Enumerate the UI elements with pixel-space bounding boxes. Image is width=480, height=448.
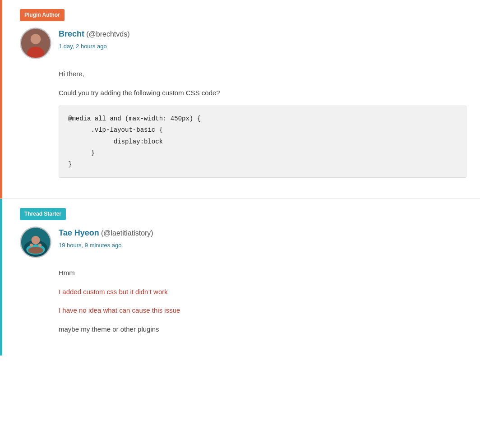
svg-point-11 bbox=[38, 244, 42, 247]
plugin-author-badge: Plugin Author bbox=[20, 9, 65, 21]
svg-point-10 bbox=[30, 244, 33, 247]
post-content-brecht: Hi there, Could you try adding the follo… bbox=[20, 68, 466, 178]
post-tae: Thread Starter bbox=[0, 199, 480, 356]
svg-point-12 bbox=[32, 236, 40, 245]
para-no-idea: I have no idea what can cause this issue bbox=[59, 305, 466, 316]
author-handle-brecht: (@brechtvds) bbox=[86, 30, 129, 38]
post-meta-tae: Tae Hyeon (@laetitiatistory) 19 hours, 9… bbox=[59, 226, 153, 250]
author-name-tae[interactable]: Tae Hyeon bbox=[59, 228, 99, 237]
para-hi-there: Hi there, bbox=[59, 68, 466, 80]
post-brecht: Plugin Author bbox=[0, 0, 480, 199]
post-author-tae[interactable]: Tae Hyeon (@laetitiatistory) bbox=[59, 226, 153, 240]
author-handle-tae: (@laetitiatistory) bbox=[101, 229, 153, 237]
post-header-tae: Tae Hyeon (@laetitiatistory) 19 hours, 9… bbox=[20, 226, 466, 258]
avatar-image-tae bbox=[21, 227, 51, 257]
svg-point-9 bbox=[28, 247, 43, 254]
page-wrapper: Plugin Author bbox=[0, 0, 480, 356]
post-block-inner: Plugin Author bbox=[14, 9, 466, 178]
avatar-image-brecht bbox=[21, 28, 51, 58]
para-custom-css: I added custom css but it didn’t work bbox=[59, 286, 466, 298]
code-block-css: @media all and (max-width: 450px) { .vlp… bbox=[59, 106, 466, 178]
post-time-tae: 19 hours, 9 minutes ago bbox=[59, 241, 153, 250]
avatar-tae bbox=[20, 226, 51, 258]
post-left-border bbox=[0, 0, 2, 199]
post-content-tae: Hmm I added custom css but it didn’t wor… bbox=[20, 267, 466, 335]
svg-point-3 bbox=[27, 47, 44, 59]
para-try-css: Could you try adding the following custo… bbox=[59, 87, 466, 99]
avatar-brecht bbox=[20, 28, 51, 59]
author-name-brecht[interactable]: Brecht bbox=[59, 29, 84, 38]
para-theme-plugins: maybe my theme or other plugins bbox=[59, 323, 466, 335]
thread-starter-badge: Thread Starter bbox=[20, 208, 66, 220]
post-block-inner-tae: Thread Starter bbox=[14, 208, 466, 335]
post-header-brecht: Brecht (@brechtvds) 1 day, 2 hours ago bbox=[20, 28, 466, 59]
post-author-brecht[interactable]: Brecht (@brechtvds) bbox=[59, 28, 129, 41]
post-left-border-tae bbox=[0, 199, 2, 356]
svg-point-2 bbox=[31, 34, 41, 44]
post-meta-brecht: Brecht (@brechtvds) 1 day, 2 hours ago bbox=[59, 28, 129, 51]
post-time-brecht: 1 day, 2 hours ago bbox=[59, 42, 129, 51]
para-hmm: Hmm bbox=[59, 267, 466, 279]
